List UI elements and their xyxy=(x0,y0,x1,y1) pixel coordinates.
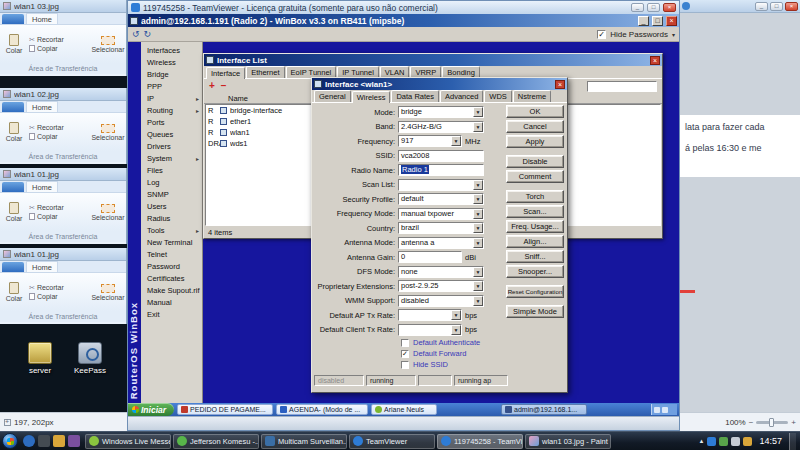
sidebar-item-ip[interactable]: IP▸ xyxy=(141,92,202,104)
scan-list-select[interactable]: ▼ xyxy=(398,179,484,191)
tab-general[interactable]: General xyxy=(314,90,351,102)
ssid-input[interactable]: vca2008 xyxy=(398,150,484,162)
close-button[interactable]: × xyxy=(650,56,660,65)
remote-task-agenda[interactable]: AGENDA- (Modo de ... xyxy=(276,404,368,415)
paste-button[interactable]: Colar xyxy=(1,115,27,149)
sidebar-item-certificates[interactable]: Certificates xyxy=(141,272,202,284)
tab-data-rates[interactable]: Data Rates xyxy=(391,90,439,102)
cut-button[interactable]: ✂Recortar xyxy=(29,36,89,43)
interface-list-titlebar[interactable]: Interface List × xyxy=(204,54,662,66)
task-multicam[interactable]: Multicam Surveillan... xyxy=(261,434,347,449)
paste-button[interactable]: Colar xyxy=(1,275,27,309)
paint-titlebar[interactable]: wlan1 02.jpg xyxy=(0,88,126,101)
sidebar-item-manual[interactable]: Manual xyxy=(141,296,202,308)
simple-mode-button[interactable]: Simple Mode xyxy=(506,305,564,318)
sniff-button[interactable]: Sniff... xyxy=(506,250,564,263)
apply-button[interactable]: Apply xyxy=(506,135,564,148)
paste-button[interactable]: Colar xyxy=(1,27,27,61)
country-select[interactable]: brazil▼ xyxy=(398,222,484,234)
tab-wireless[interactable]: Wireless xyxy=(352,91,391,103)
paint-menu-button[interactable] xyxy=(2,102,24,112)
quicklaunch-icon[interactable] xyxy=(68,435,80,447)
sidebar-item-make-supout[interactable]: Make Supout.rif xyxy=(141,284,202,296)
band-select[interactable]: 2.4GHz-B/G▼ xyxy=(398,121,484,133)
tray-expand-icon[interactable]: ▲ xyxy=(699,438,705,444)
network-icon[interactable] xyxy=(743,437,752,446)
sidebar-item-snmp[interactable]: SNMP xyxy=(141,188,202,200)
minimize-button[interactable]: _ xyxy=(755,2,768,11)
paint-menu-button[interactable] xyxy=(2,262,24,272)
quicklaunch-icon[interactable] xyxy=(38,435,50,447)
sidebar-item-users[interactable]: Users xyxy=(141,200,202,212)
tray-icon[interactable] xyxy=(662,407,668,413)
paint-titlebar[interactable]: wlan1 01.jpg xyxy=(0,168,126,181)
select-button[interactable]: Selecionar xyxy=(91,275,125,309)
proprietary-extensions-select[interactable]: post-2.9.25▼ xyxy=(398,280,484,292)
antenna-gain-input[interactable]: 0 xyxy=(398,251,462,263)
remote-task-winbox[interactable]: admin@192.168.1... xyxy=(501,404,587,415)
sidebar-item-bridge[interactable]: Bridge xyxy=(141,68,202,80)
add-icon[interactable]: + xyxy=(209,81,215,91)
select-button[interactable]: Selecionar xyxy=(91,115,125,149)
tab-nstreme[interactable]: Nstreme xyxy=(513,90,551,102)
freq-usage-button[interactable]: Freq. Usage... xyxy=(506,220,564,233)
sidebar-item-ppp[interactable]: PPP xyxy=(141,80,202,92)
sidebar-item-radius[interactable]: Radius xyxy=(141,212,202,224)
tab-home[interactable]: Home xyxy=(26,101,58,112)
sidebar-item-new-terminal[interactable]: New Terminal xyxy=(141,236,202,248)
quicklaunch-icon[interactable] xyxy=(23,435,35,447)
sidebar-item-system[interactable]: System▸ xyxy=(141,152,202,164)
close-button[interactable]: × xyxy=(785,2,798,11)
paint-menu-button[interactable] xyxy=(2,14,24,24)
cut-button[interactable]: ✂Recortar xyxy=(29,124,89,131)
zoom-in-button[interactable]: + xyxy=(791,418,796,427)
desktop-icon-server[interactable]: server xyxy=(18,342,62,375)
zoom-out-button[interactable]: − xyxy=(749,418,754,427)
sidebar-item-interfaces[interactable]: Interfaces xyxy=(141,44,202,56)
task-teamviewer[interactable]: TeamViewer xyxy=(349,434,435,449)
remote-task-ariane[interactable]: Ariane Neuls xyxy=(371,404,437,415)
default-ap-tx-rate-select[interactable]: ▼ xyxy=(398,309,462,321)
sidebar-item-log[interactable]: Log xyxy=(141,176,202,188)
comment-button[interactable]: Comment xyxy=(506,170,564,183)
default-forward-checkbox[interactable]: ✓ xyxy=(401,350,409,358)
snooper-button[interactable]: Snooper... xyxy=(506,265,564,278)
maximize-button[interactable]: □ xyxy=(647,3,660,12)
start-button[interactable] xyxy=(2,433,18,449)
undo-icon[interactable]: ↺ xyxy=(132,30,140,39)
tab-wds[interactable]: WDS xyxy=(484,90,512,102)
task-windows-live[interactable]: Windows Live Messe... xyxy=(85,434,171,449)
maximize-button[interactable]: □ xyxy=(770,2,783,11)
tab-home[interactable]: Home xyxy=(26,181,58,192)
zoom-slider[interactable] xyxy=(756,421,788,424)
select-button[interactable]: Selecionar xyxy=(91,27,125,61)
sidebar-item-routing[interactable]: Routing▸ xyxy=(141,104,202,116)
hide-ssid-checkbox[interactable] xyxy=(401,361,409,369)
tray-icon[interactable] xyxy=(719,437,728,446)
sidebar-item-drivers[interactable]: Drivers xyxy=(141,140,202,152)
sidebar-item-telnet[interactable]: Telnet xyxy=(141,248,202,260)
winbox-titlebar[interactable]: admin@192.168.1.191 (Radio 2) - WinBox v… xyxy=(128,14,679,27)
paint-window-2[interactable]: wlan1 02.jpg Home Colar ✂Recortar Copiar… xyxy=(0,88,127,164)
align-button[interactable]: Align... xyxy=(506,235,564,248)
paint-window-3[interactable]: wlan1 01.jpg Home Colar ✂Recortar Copiar… xyxy=(0,168,127,244)
antenna-mode-select[interactable]: antenna a▼ xyxy=(398,237,484,249)
wlan1-dialog-titlebar[interactable]: Interface <wlan1> × xyxy=(312,78,567,90)
hide-passwords-checkbox[interactable]: ✓ xyxy=(597,30,606,39)
wmm-support-select[interactable]: disabled▼ xyxy=(398,295,484,307)
show-desktop-button[interactable] xyxy=(789,433,796,450)
torch-button[interactable]: Torch xyxy=(506,190,564,203)
clock[interactable]: 14:57 xyxy=(759,436,782,446)
copy-button[interactable]: Copiar xyxy=(29,45,89,52)
task-paint[interactable]: wlan1 03.jpg - Paint xyxy=(525,434,611,449)
maximize-button[interactable]: □ xyxy=(652,16,663,26)
paste-button[interactable]: Colar xyxy=(1,195,27,229)
paint-titlebar-right[interactable]: _ □ × xyxy=(680,0,800,13)
reset-configuration-button[interactable]: Reset Configuration xyxy=(506,285,564,298)
teamviewer-titlebar[interactable]: 119745258 - TeamViewer - Licença gratuit… xyxy=(128,1,679,14)
remove-icon[interactable]: − xyxy=(221,81,227,91)
find-input[interactable] xyxy=(587,81,657,92)
tray-icon[interactable] xyxy=(654,407,660,413)
cut-button[interactable]: ✂Recortar xyxy=(29,284,89,291)
minimize-button[interactable]: _ xyxy=(638,16,649,26)
